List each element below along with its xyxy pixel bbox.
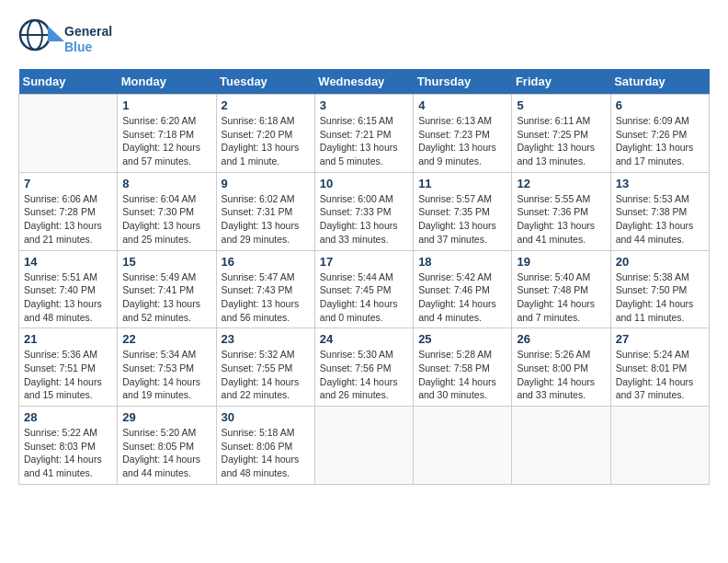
- day-info: Sunrise: 6:04 AM Sunset: 7:30 PM Dayligh…: [122, 192, 210, 247]
- day-number: 11: [418, 177, 506, 190]
- day-cell: 29Sunrise: 5:20 AM Sunset: 8:05 PM Dayli…: [118, 407, 216, 485]
- day-cell: 15Sunrise: 5:49 AM Sunset: 7:41 PM Dayli…: [118, 250, 216, 328]
- day-number: 14: [24, 255, 112, 269]
- day-info: Sunrise: 5:42 AM Sunset: 7:46 PM Dayligh…: [418, 270, 506, 325]
- week-row-1: 1Sunrise: 6:20 AM Sunset: 7:18 PM Daylig…: [19, 95, 710, 173]
- day-cell: 6Sunrise: 6:09 AM Sunset: 7:26 PM Daylig…: [610, 95, 709, 173]
- day-info: Sunrise: 5:18 AM Sunset: 8:06 PM Dayligh…: [222, 426, 310, 480]
- day-info: Sunrise: 5:20 AM Sunset: 8:05 PM Dayligh…: [122, 426, 210, 480]
- col-header-friday: Friday: [512, 69, 610, 95]
- day-info: Sunrise: 5:26 AM Sunset: 8:00 PM Dayligh…: [517, 348, 605, 402]
- day-number: 15: [122, 255, 210, 269]
- day-number: 9: [222, 177, 310, 190]
- day-number: 4: [418, 98, 506, 112]
- day-info: Sunrise: 6:11 AM Sunset: 7:25 PM Dayligh…: [517, 114, 605, 168]
- week-row-3: 14Sunrise: 5:51 AM Sunset: 7:40 PM Dayli…: [19, 250, 710, 328]
- day-number: 13: [616, 177, 704, 190]
- logo: GeneralBlue: [18, 18, 112, 60]
- svg-marker-3: [48, 26, 64, 41]
- week-row-5: 28Sunrise: 5:22 AM Sunset: 8:03 PM Dayli…: [19, 407, 710, 485]
- day-info: Sunrise: 5:34 AM Sunset: 7:53 PM Dayligh…: [122, 348, 210, 402]
- day-number: 25: [418, 332, 506, 346]
- day-info: Sunrise: 6:06 AM Sunset: 7:28 PM Dayligh…: [24, 192, 112, 247]
- day-cell: 11Sunrise: 5:57 AM Sunset: 7:35 PM Dayli…: [414, 172, 512, 250]
- day-cell: 4Sunrise: 6:13 AM Sunset: 7:23 PM Daylig…: [414, 95, 512, 173]
- col-header-saturday: Saturday: [610, 69, 709, 95]
- day-number: 20: [616, 255, 704, 269]
- day-number: 23: [222, 332, 310, 346]
- day-cell: 28Sunrise: 5:22 AM Sunset: 8:03 PM Dayli…: [19, 407, 118, 485]
- day-cell: 27Sunrise: 5:24 AM Sunset: 8:01 PM Dayli…: [610, 328, 709, 407]
- day-number: 29: [122, 410, 210, 424]
- day-number: 5: [517, 98, 605, 112]
- day-cell: 2Sunrise: 6:18 AM Sunset: 7:20 PM Daylig…: [216, 95, 314, 173]
- day-cell: 12Sunrise: 5:55 AM Sunset: 7:36 PM Dayli…: [512, 172, 610, 250]
- col-header-sunday: Sunday: [19, 69, 118, 95]
- day-info: Sunrise: 6:15 AM Sunset: 7:21 PM Dayligh…: [320, 114, 408, 168]
- day-cell: 30Sunrise: 5:18 AM Sunset: 8:06 PM Dayli…: [216, 407, 314, 485]
- week-row-2: 7Sunrise: 6:06 AM Sunset: 7:28 PM Daylig…: [19, 172, 710, 250]
- day-info: Sunrise: 5:55 AM Sunset: 7:36 PM Dayligh…: [517, 192, 605, 247]
- day-number: 24: [320, 332, 408, 346]
- day-info: Sunrise: 6:09 AM Sunset: 7:26 PM Dayligh…: [616, 114, 704, 168]
- page-header: GeneralBlue: [18, 18, 710, 60]
- day-info: Sunrise: 5:24 AM Sunset: 8:01 PM Dayligh…: [616, 348, 704, 402]
- day-info: Sunrise: 5:44 AM Sunset: 7:45 PM Dayligh…: [320, 270, 408, 325]
- day-number: 6: [616, 98, 704, 112]
- day-number: 26: [517, 332, 605, 346]
- day-cell: 10Sunrise: 6:00 AM Sunset: 7:33 PM Dayli…: [314, 172, 413, 250]
- day-number: 30: [222, 410, 310, 424]
- day-info: Sunrise: 5:40 AM Sunset: 7:48 PM Dayligh…: [517, 270, 605, 325]
- day-number: 22: [122, 332, 210, 346]
- day-number: 19: [517, 255, 605, 269]
- day-info: Sunrise: 5:32 AM Sunset: 7:55 PM Dayligh…: [222, 348, 310, 402]
- day-cell: 26Sunrise: 5:26 AM Sunset: 8:00 PM Dayli…: [512, 328, 610, 407]
- day-number: 10: [320, 177, 408, 190]
- day-info: Sunrise: 5:57 AM Sunset: 7:35 PM Dayligh…: [418, 192, 506, 247]
- day-cell: 14Sunrise: 5:51 AM Sunset: 7:40 PM Dayli…: [19, 250, 118, 328]
- day-cell: 19Sunrise: 5:40 AM Sunset: 7:48 PM Dayli…: [512, 250, 610, 328]
- day-cell: 20Sunrise: 5:38 AM Sunset: 7:50 PM Dayli…: [610, 250, 709, 328]
- col-header-wednesday: Wednesday: [314, 69, 413, 95]
- day-number: 2: [222, 98, 310, 112]
- day-cell: [610, 407, 709, 485]
- day-cell: 8Sunrise: 6:04 AM Sunset: 7:30 PM Daylig…: [118, 172, 216, 250]
- day-cell: 7Sunrise: 6:06 AM Sunset: 7:28 PM Daylig…: [19, 172, 118, 250]
- day-info: Sunrise: 5:47 AM Sunset: 7:43 PM Dayligh…: [222, 270, 310, 325]
- day-cell: 24Sunrise: 5:30 AM Sunset: 7:56 PM Dayli…: [314, 328, 413, 407]
- day-cell: [314, 407, 413, 485]
- day-info: Sunrise: 6:13 AM Sunset: 7:23 PM Dayligh…: [418, 114, 506, 168]
- day-cell: 13Sunrise: 5:53 AM Sunset: 7:38 PM Dayli…: [610, 172, 709, 250]
- col-header-monday: Monday: [118, 69, 216, 95]
- day-number: 18: [418, 255, 506, 269]
- day-number: 1: [122, 98, 210, 112]
- day-info: Sunrise: 5:38 AM Sunset: 7:50 PM Dayligh…: [616, 270, 704, 325]
- col-header-thursday: Thursday: [414, 69, 512, 95]
- day-number: 7: [24, 177, 112, 190]
- day-info: Sunrise: 5:28 AM Sunset: 7:58 PM Dayligh…: [418, 348, 506, 402]
- col-header-tuesday: Tuesday: [216, 69, 314, 95]
- day-cell: 18Sunrise: 5:42 AM Sunset: 7:46 PM Dayli…: [414, 250, 512, 328]
- day-cell: 25Sunrise: 5:28 AM Sunset: 7:58 PM Dayli…: [414, 328, 512, 407]
- day-number: 21: [24, 332, 112, 346]
- calendar-table: SundayMondayTuesdayWednesdayThursdayFrid…: [18, 69, 710, 485]
- day-info: Sunrise: 5:36 AM Sunset: 7:51 PM Dayligh…: [24, 348, 112, 402]
- day-number: 3: [320, 98, 408, 112]
- logo-svg: [18, 18, 64, 60]
- day-info: Sunrise: 6:18 AM Sunset: 7:20 PM Dayligh…: [222, 114, 310, 168]
- header-row: SundayMondayTuesdayWednesdayThursdayFrid…: [19, 69, 710, 95]
- day-number: 16: [222, 255, 310, 269]
- day-number: 17: [320, 255, 408, 269]
- day-number: 28: [24, 410, 112, 424]
- day-cell: 9Sunrise: 6:02 AM Sunset: 7:31 PM Daylig…: [216, 172, 314, 250]
- day-cell: 17Sunrise: 5:44 AM Sunset: 7:45 PM Dayli…: [314, 250, 413, 328]
- day-cell: 22Sunrise: 5:34 AM Sunset: 7:53 PM Dayli…: [118, 328, 216, 407]
- day-info: Sunrise: 6:02 AM Sunset: 7:31 PM Dayligh…: [222, 192, 310, 247]
- day-cell: [512, 407, 610, 485]
- day-info: Sunrise: 5:49 AM Sunset: 7:41 PM Dayligh…: [122, 270, 210, 325]
- day-cell: 21Sunrise: 5:36 AM Sunset: 7:51 PM Dayli…: [19, 328, 118, 407]
- day-cell: 23Sunrise: 5:32 AM Sunset: 7:55 PM Dayli…: [216, 328, 314, 407]
- logo-text: GeneralBlue: [64, 24, 112, 55]
- day-cell: [19, 95, 118, 173]
- day-info: Sunrise: 6:20 AM Sunset: 7:18 PM Dayligh…: [122, 114, 210, 168]
